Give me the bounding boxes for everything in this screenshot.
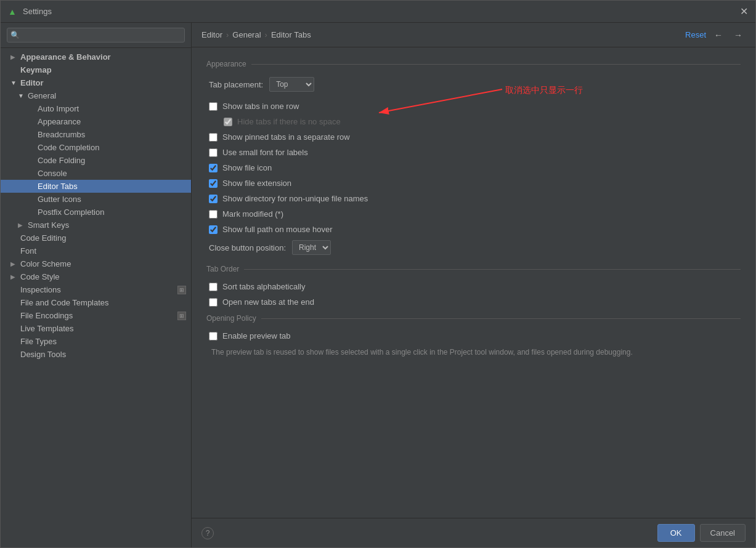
sidebar-item-smart-keys[interactable]: ▶ Smart Keys (1, 219, 191, 232)
nav-back-button[interactable]: ← (711, 28, 726, 42)
use-small-font-checkbox[interactable] (209, 148, 217, 157)
sidebar-item-label: Appearance (38, 117, 81, 126)
sidebar-item-label: Auto Import (38, 104, 79, 113)
arrow-icon (10, 235, 18, 241)
topbar: Editor › General › Editor Tabs Reset ← → (192, 23, 755, 47)
show-tabs-one-row-row: Show tabs in one row 取消选中只显示一行 (206, 102, 741, 111)
settings-content: Appearance Tab placement: Top Bottom Lef… (192, 47, 755, 518)
sidebar-item-code-folding[interactable]: Code Folding (1, 154, 191, 167)
sidebar-item-design-tools[interactable]: Design Tools (1, 348, 191, 361)
sidebar-item-label: File and Code Templates (20, 298, 109, 307)
sidebar-item-code-style[interactable]: ▶ Code Style (1, 270, 191, 283)
sidebar-item-code-editing[interactable]: Code Editing (1, 232, 191, 244)
show-tabs-one-row-checkbox[interactable] (209, 102, 217, 111)
sidebar-item-breadcrumbs[interactable]: Breadcrumbs (1, 128, 191, 141)
ok-button[interactable]: OK (657, 524, 695, 542)
show-pinned-tabs-checkbox[interactable] (209, 133, 217, 142)
preview-description: The preview tab is reused to show files … (206, 347, 741, 358)
arrow-icon (10, 325, 18, 332)
enable-preview-tab-label: Enable preview tab (222, 331, 291, 340)
sidebar-item-console[interactable]: Console (1, 167, 191, 180)
hide-tabs-no-space-checkbox[interactable] (224, 118, 232, 126)
show-full-path-row: Show full path on mouse hover (206, 225, 741, 234)
sidebar-item-appearance-behavior[interactable]: ▶ Appearance & Behavior (1, 50, 191, 63)
arrow-icon: ▼ (18, 92, 25, 99)
search-icon: 🔍 (10, 31, 20, 39)
mark-modified-label: Mark modified (*) (222, 209, 283, 219)
show-file-icon-label: Show file icon (222, 163, 272, 172)
close-button-select[interactable]: Right Left None (292, 240, 331, 255)
show-directory-checkbox[interactable] (209, 195, 217, 203)
arrow-icon (10, 299, 18, 306)
sidebar-item-file-code-templates[interactable]: File and Code Templates (1, 296, 191, 309)
help-button[interactable]: ? (201, 527, 214, 539)
sidebar-item-keymap[interactable]: Keymap (1, 63, 191, 76)
title-bar: ▲ Settings ✕ (1, 1, 755, 23)
open-new-tabs-end-checkbox[interactable] (209, 298, 217, 307)
enable-preview-tab-row: Enable preview tab (206, 331, 741, 340)
show-pinned-tabs-label: Show pinned tabs in a separate row (222, 132, 350, 142)
show-file-extension-label: Show file extension (222, 179, 291, 188)
inspections-badge: ⊞ (177, 286, 186, 294)
breadcrumb-general[interactable]: General (232, 30, 261, 39)
sidebar-item-label: Editor (20, 78, 44, 87)
settings-tree: ▶ Appearance & Behavior Keymap ▼ Editor … (1, 48, 191, 547)
close-button[interactable]: ✕ (740, 7, 748, 17)
sidebar-item-label: Font (20, 246, 36, 256)
sidebar-item-postfix-completion[interactable]: Postfix Completion (1, 206, 191, 219)
tab-placement-select[interactable]: Top Bottom Left Right None (269, 77, 314, 92)
sidebar-item-editor-tabs[interactable]: Editor Tabs (1, 180, 191, 193)
sidebar-item-font[interactable]: Font (1, 244, 191, 257)
show-file-icon-checkbox[interactable] (209, 164, 217, 172)
sidebar-item-general[interactable]: ▼ General (1, 89, 191, 102)
sidebar-item-label: File Types (20, 337, 57, 346)
sidebar-item-label: File Encodings (20, 311, 73, 320)
arrow-icon: ▼ (10, 79, 18, 86)
show-tabs-one-row-label: Show tabs in one row (222, 102, 299, 111)
sidebar-item-label: Keymap (20, 65, 52, 75)
sidebar-item-code-completion[interactable]: Code Completion (1, 141, 191, 154)
arrow-icon (10, 351, 18, 358)
show-file-extension-checkbox[interactable] (209, 179, 217, 188)
sidebar-item-label: Appearance & Behavior (20, 52, 111, 62)
sidebar-item-file-encodings[interactable]: File Encodings ⊞ (1, 309, 191, 322)
arrow-icon (28, 157, 35, 164)
arrow-icon (10, 286, 18, 293)
sidebar-item-color-scheme[interactable]: ▶ Color Scheme (1, 257, 191, 270)
close-button-label: Close button position: (209, 243, 286, 252)
cancel-button[interactable]: Cancel (700, 524, 746, 542)
sort-alphabetically-checkbox[interactable] (209, 283, 217, 291)
window-title: Settings (23, 7, 52, 16)
breadcrumb-editor[interactable]: Editor (201, 30, 222, 39)
mark-modified-row: Mark modified (*) (206, 209, 741, 219)
arrow-icon (10, 248, 18, 254)
reset-button[interactable]: Reset (685, 30, 706, 39)
arrow-icon (28, 118, 35, 125)
sidebar-item-file-types[interactable]: File Types (1, 335, 191, 348)
sidebar-item-label: Smart Keys (28, 220, 69, 230)
close-button-position-row: Close button position: Right Left None (206, 240, 741, 255)
sidebar-item-label: Color Scheme (20, 259, 71, 268)
main-content: 🔍 ▶ Appearance & Behavior Keymap ▼ (1, 23, 755, 547)
use-small-font-row: Use small font for labels (206, 148, 741, 157)
sidebar-item-inspections[interactable]: Inspections ⊞ (1, 283, 191, 296)
arrow-icon (28, 144, 35, 151)
sidebar-item-appearance[interactable]: Appearance (1, 115, 191, 128)
sidebar-item-label: Code Style (20, 272, 60, 281)
mark-modified-checkbox[interactable] (209, 210, 217, 219)
sidebar-item-label: Design Tools (20, 350, 66, 359)
sidebar-item-label: Code Editing (20, 233, 66, 243)
sidebar-item-gutter-icons[interactable]: Gutter Icons (1, 193, 191, 206)
search-input[interactable] (7, 28, 185, 42)
arrow-icon (28, 196, 35, 203)
sidebar-item-auto-import[interactable]: Auto Import (1, 102, 191, 115)
nav-forward-button[interactable]: → (731, 28, 746, 42)
enable-preview-tab-checkbox[interactable] (209, 332, 217, 340)
show-full-path-checkbox[interactable] (209, 225, 217, 234)
breadcrumb-sep1: › (226, 30, 229, 39)
sidebar-item-live-templates[interactable]: Live Templates (1, 322, 191, 335)
show-file-extension-row: Show file extension (206, 179, 741, 188)
show-full-path-label: Show full path on mouse hover (222, 225, 333, 234)
bottom-bar: ? OK Cancel (192, 518, 755, 547)
sidebar-item-editor[interactable]: ▼ Editor (1, 76, 191, 89)
